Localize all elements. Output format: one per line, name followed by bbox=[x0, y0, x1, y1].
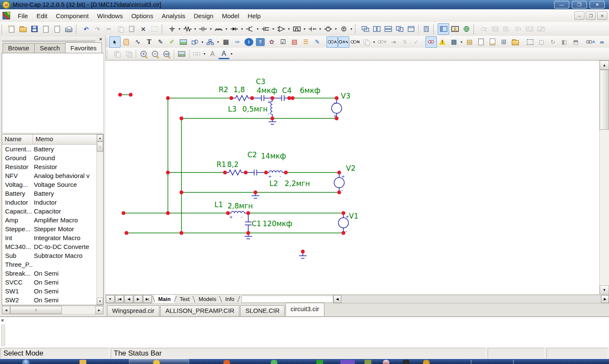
inductor-L3[interactable] bbox=[271, 98, 272, 118]
maximize-window-icon[interactable] bbox=[405, 23, 417, 35]
copy-icon[interactable] bbox=[115, 23, 126, 35]
label-C2-name[interactable]: C2 bbox=[247, 151, 257, 159]
output-close-icon[interactable]: ✕ bbox=[1, 318, 4, 323]
resistor-R1[interactable] bbox=[225, 170, 246, 175]
new-file-icon[interactable] bbox=[6, 23, 17, 35]
grid-table-icon[interactable]: ▦ bbox=[220, 36, 232, 48]
ground-icon[interactable] bbox=[166, 23, 178, 35]
column-header-name[interactable]: Name bbox=[2, 134, 33, 144]
components[interactable] bbox=[225, 95, 348, 258]
select-box-icon[interactable] bbox=[524, 36, 536, 48]
open-file-icon[interactable] bbox=[17, 23, 29, 35]
label-R1-name[interactable]: R1 bbox=[217, 160, 226, 169]
undo-icon[interactable]: ↶ bbox=[80, 23, 92, 35]
panel-close-icon[interactable]: ✕ bbox=[98, 37, 104, 42]
transistor-icon[interactable] bbox=[244, 23, 256, 35]
pulse-source-icon[interactable] bbox=[291, 23, 303, 35]
zoom-100-icon[interactable]: 100 bbox=[161, 48, 172, 60]
flowchart-dropdown[interactable]: ▼ bbox=[217, 41, 219, 44]
font-color-dropdown[interactable]: ▼ bbox=[230, 52, 233, 55]
grid-dots-icon[interactable]: ∷∷ bbox=[191, 48, 203, 60]
grid-icon[interactable]: ▩ bbox=[448, 36, 460, 48]
panel-tab[interactable]: Favorites bbox=[65, 42, 102, 53]
tile-horizontal-icon[interactable] bbox=[382, 23, 394, 35]
flowchart-icon[interactable] bbox=[205, 36, 216, 48]
resistor-dropdown[interactable]: ▼ bbox=[194, 27, 197, 30]
check-icon[interactable]: ☑ bbox=[277, 36, 289, 48]
current-source-dropdown[interactable]: ▼ bbox=[350, 27, 353, 30]
label-V2-name[interactable]: V2 bbox=[346, 164, 355, 172]
label-C1-name[interactable]: C1 bbox=[252, 219, 261, 228]
resistor-icon[interactable] bbox=[182, 23, 193, 35]
minimize-button[interactable]: — bbox=[554, 1, 569, 8]
label-R2-value[interactable]: 1,8 bbox=[233, 85, 245, 94]
mosfet-icon[interactable] bbox=[260, 23, 272, 35]
table-row[interactable]: Sub Subtractor Macro bbox=[2, 251, 103, 260]
component-editor-icon[interactable] bbox=[449, 23, 461, 35]
transistor-dropdown[interactable]: ▼ bbox=[256, 27, 259, 30]
label-L2-name[interactable]: L2 bbox=[269, 179, 278, 188]
file-tab[interactable]: ALLISON_PREAMP.CIR bbox=[160, 305, 239, 317]
output-scrollbar[interactable] bbox=[1, 325, 5, 346]
font-icon[interactable]: A bbox=[207, 48, 218, 60]
label-L3-name[interactable]: L3 bbox=[228, 105, 236, 113]
show-copy-dropdown[interactable]: ▼ bbox=[373, 41, 376, 44]
node-snap-icon[interactable] bbox=[425, 36, 437, 48]
resistor-R2[interactable] bbox=[231, 96, 252, 101]
digital-path-icon[interactable]: ✿ bbox=[266, 36, 277, 48]
select-mode-icon[interactable] bbox=[109, 36, 121, 48]
label-L1-value[interactable]: 2,8мгн bbox=[228, 202, 253, 210]
label-V1-name[interactable]: V1 bbox=[349, 212, 358, 220]
taskbar-app-icon[interactable] bbox=[223, 360, 230, 364]
pan-mode-icon[interactable] bbox=[121, 36, 132, 48]
rotate-icon[interactable]: ↻ bbox=[547, 36, 559, 48]
select-region-icon[interactable] bbox=[149, 23, 160, 35]
scroll-right-icon[interactable]: ▶ bbox=[601, 295, 609, 303]
document-icon[interactable] bbox=[487, 36, 498, 48]
delete-icon[interactable]: ✕ bbox=[137, 23, 149, 35]
table-row[interactable]: SVCC On Semi bbox=[2, 278, 103, 287]
cascade-icon[interactable] bbox=[359, 23, 371, 35]
taskbar-app-icon[interactable] bbox=[340, 360, 355, 364]
scroll-left-icon[interactable]: ◀ bbox=[2, 306, 10, 314]
limits-icon[interactable] bbox=[489, 23, 501, 35]
label-C3-name[interactable]: C3 bbox=[256, 77, 266, 86]
mdi-minimize-button[interactable]: ‒ bbox=[574, 11, 584, 20]
label-C2-value[interactable]: 14мкф bbox=[261, 152, 286, 160]
grid-dropdown[interactable]: ▼ bbox=[460, 41, 463, 44]
capacitor-icon[interactable] bbox=[198, 23, 209, 35]
first-sheet-icon[interactable]: |◀ bbox=[115, 295, 124, 303]
prev-sheet-icon[interactable]: ◀ bbox=[124, 295, 133, 303]
scrollbar-thumb[interactable]: ≡ bbox=[97, 142, 103, 152]
find-component-icon[interactable]: A bbox=[585, 36, 596, 48]
shapes-icon[interactable] bbox=[189, 36, 200, 48]
table-row[interactable]: MC340... DC-to-DC Converte bbox=[2, 242, 103, 251]
show-attribute-text-icon[interactable]: A bbox=[326, 36, 338, 48]
line-mode-icon[interactable]: ✎ bbox=[155, 36, 166, 48]
optimizer-icon[interactable] bbox=[512, 23, 524, 35]
list-horizontal-scrollbar[interactable]: ◀ ⦀ ▶ bbox=[2, 306, 104, 315]
file-tab[interactable]: SLONE.CIR bbox=[240, 305, 285, 317]
sheet-lines-icon[interactable]: ☰ bbox=[300, 36, 312, 48]
table-row[interactable]: Int Integrator Macro bbox=[2, 233, 103, 242]
calculator-icon[interactable] bbox=[420, 23, 432, 35]
list-vertical-scrollbar[interactable]: ▲ ≡ ▼ bbox=[96, 134, 103, 305]
capacitor-dropdown[interactable]: ▼ bbox=[209, 27, 212, 30]
title-block-icon[interactable]: ▤ bbox=[464, 36, 475, 48]
taskbar-app-icon[interactable] bbox=[365, 360, 371, 364]
scroll-up-icon[interactable]: ▲ bbox=[600, 60, 609, 70]
menu-item[interactable]: Help bbox=[244, 11, 265, 21]
label-R2-name[interactable]: R2 bbox=[219, 85, 228, 94]
inductor-L2[interactable] bbox=[266, 171, 286, 172]
voltage-source-icon[interactable] bbox=[322, 23, 334, 35]
diode-icon[interactable] bbox=[229, 23, 240, 35]
table-row[interactable]: Sbreak... On Semi bbox=[2, 269, 103, 278]
font-color-icon[interactable]: A bbox=[218, 49, 230, 59]
zoom-out-icon[interactable]: − bbox=[149, 48, 161, 60]
column-header-memo[interactable]: Memo bbox=[33, 134, 56, 144]
menu-item[interactable]: Options bbox=[127, 11, 157, 21]
stepping-icon[interactable] bbox=[501, 23, 512, 35]
capacitor-C1[interactable] bbox=[245, 213, 252, 233]
schematic-canvas[interactable]: +- −+ +- +- +- +- R2 1,8 bbox=[105, 60, 609, 295]
label-L1-name[interactable]: L1 bbox=[214, 200, 223, 209]
